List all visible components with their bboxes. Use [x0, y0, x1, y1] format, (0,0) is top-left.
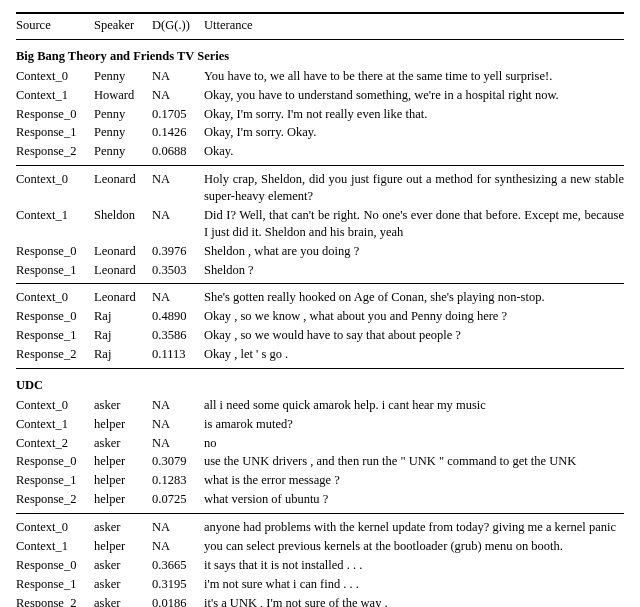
cell-utterance: Okay , let ' s go . [204, 346, 624, 363]
cell-dg: 0.3976 [152, 243, 204, 260]
cell-source: Response_1 [16, 472, 94, 489]
table-row: Response_2Raj0.1113Okay , let ' s go . [16, 345, 624, 364]
cell-utterance: You have to, we all have to be there at … [204, 68, 624, 85]
table-row: Response_0asker0.3665it says that it is … [16, 556, 624, 575]
table-row: Response_1Penny0.1426Okay, I'm sorry. Ok… [16, 123, 624, 142]
cell-dg: NA [152, 519, 204, 536]
cell-utterance: it's a UNK , I'm not sure of the way . [204, 595, 624, 608]
cell-utterance: Okay , so we would have to say that abou… [204, 327, 624, 344]
cell-source: Context_1 [16, 87, 94, 104]
table-row: Response_1asker0.3195i'm not sure what i… [16, 575, 624, 594]
cell-utterance: Okay, you have to understand something, … [204, 87, 624, 104]
rule-divider [16, 283, 624, 284]
cell-speaker: asker [94, 595, 152, 608]
cell-utterance: no [204, 435, 624, 452]
cell-dg: 0.1426 [152, 124, 204, 141]
rule-divider [16, 513, 624, 514]
cell-dg: NA [152, 416, 204, 433]
cell-source: Context_2 [16, 435, 94, 452]
table-row: Response_2Penny0.0688Okay. [16, 142, 624, 161]
table-row: Response_0Leonard0.3976Sheldon , what ar… [16, 242, 624, 261]
table-row: Context_0PennyNAYou have to, we all have… [16, 67, 624, 86]
cell-dg: 0.1705 [152, 106, 204, 123]
table-row: Context_1helperNAis amarok muted? [16, 415, 624, 434]
cell-dg: 0.3503 [152, 262, 204, 279]
cell-speaker: Penny [94, 143, 152, 160]
table-row: Context_0LeonardNAHoly crap, Sheldon, di… [16, 170, 624, 206]
cell-source: Response_2 [16, 346, 94, 363]
table-body: Big Bang Theory and Friends TV SeriesCon… [16, 44, 624, 607]
table-row: Response_1Raj0.3586Okay , so we would ha… [16, 326, 624, 345]
cell-speaker: Sheldon [94, 207, 152, 224]
cell-utterance: what is the error message ? [204, 472, 624, 489]
cell-speaker: asker [94, 576, 152, 593]
cell-dg: 0.1283 [152, 472, 204, 489]
cell-dg: NA [152, 87, 204, 104]
cell-utterance: is amarok muted? [204, 416, 624, 433]
cell-dg: NA [152, 171, 204, 188]
table-row: Response_0Raj0.4890Okay , so we know , w… [16, 307, 624, 326]
header-utterance: Utterance [204, 17, 624, 34]
cell-utterance: it says that it is not installed . . . [204, 557, 624, 574]
cell-speaker: helper [94, 538, 152, 555]
cell-dg: 0.0688 [152, 143, 204, 160]
header-source: Source [16, 17, 94, 34]
cell-source: Context_0 [16, 519, 94, 536]
cell-source: Response_2 [16, 595, 94, 608]
cell-utterance: Okay, I'm sorry. Okay. [204, 124, 624, 141]
cell-source: Response_0 [16, 308, 94, 325]
section-title: UDC [16, 373, 624, 396]
cell-dg: 0.3665 [152, 557, 204, 574]
cell-source: Response_0 [16, 243, 94, 260]
cell-dg: 0.0725 [152, 491, 204, 508]
cell-source: Response_2 [16, 491, 94, 508]
cell-dg: 0.0186 [152, 595, 204, 608]
cell-speaker: helper [94, 491, 152, 508]
cell-dg: 0.3195 [152, 576, 204, 593]
cell-utterance: Holy crap, Sheldon, did you just figure … [204, 171, 624, 205]
table-row: Context_1helperNAyou can select previous… [16, 537, 624, 556]
cell-dg: 0.1113 [152, 346, 204, 363]
cell-speaker: Penny [94, 106, 152, 123]
cell-source: Response_1 [16, 327, 94, 344]
cell-speaker: Leonard [94, 171, 152, 188]
cell-source: Context_0 [16, 171, 94, 188]
cell-speaker: helper [94, 416, 152, 433]
cell-speaker: Howard [94, 87, 152, 104]
cell-source: Response_0 [16, 106, 94, 123]
cell-source: Context_1 [16, 538, 94, 555]
table-row: Response_1Leonard0.3503Sheldon ? [16, 261, 624, 280]
cell-source: Context_0 [16, 68, 94, 85]
rule-divider [16, 368, 624, 369]
table-row: Context_0askerNAall i need some quick am… [16, 396, 624, 415]
cell-source: Context_0 [16, 289, 94, 306]
cell-speaker: Leonard [94, 243, 152, 260]
cell-speaker: Raj [94, 327, 152, 344]
cell-speaker: Penny [94, 68, 152, 85]
table-row: Context_0askerNAanyone had problems with… [16, 518, 624, 537]
cell-speaker: helper [94, 472, 152, 489]
cell-utterance: Did I? Well, that can't be right. No one… [204, 207, 624, 241]
table-row: Response_1helper0.1283what is the error … [16, 471, 624, 490]
section-title: Big Bang Theory and Friends TV Series [16, 44, 624, 67]
cell-speaker: Leonard [94, 262, 152, 279]
cell-utterance: all i need some quick amarok help. i can… [204, 397, 624, 414]
cell-utterance: Sheldon , what are you doing ? [204, 243, 624, 260]
rule-top [16, 12, 624, 14]
rule-divider [16, 165, 624, 166]
cell-speaker: asker [94, 557, 152, 574]
table-row: Response_2helper0.0725what version of ub… [16, 490, 624, 509]
table-row: Response_2asker0.0186it's a UNK , I'm no… [16, 594, 624, 608]
cell-dg: 0.3586 [152, 327, 204, 344]
cell-source: Context_0 [16, 397, 94, 414]
cell-utterance: Okay. [204, 143, 624, 160]
cell-speaker: Penny [94, 124, 152, 141]
header-speaker: Speaker [94, 17, 152, 34]
cell-utterance: you can select previous kernels at the b… [204, 538, 624, 555]
cell-source: Response_1 [16, 124, 94, 141]
cell-speaker: asker [94, 435, 152, 452]
cell-dg: NA [152, 538, 204, 555]
cell-utterance: She's gotten really hooked on Age of Con… [204, 289, 624, 306]
cell-dg: NA [152, 207, 204, 224]
cell-source: Response_0 [16, 453, 94, 470]
